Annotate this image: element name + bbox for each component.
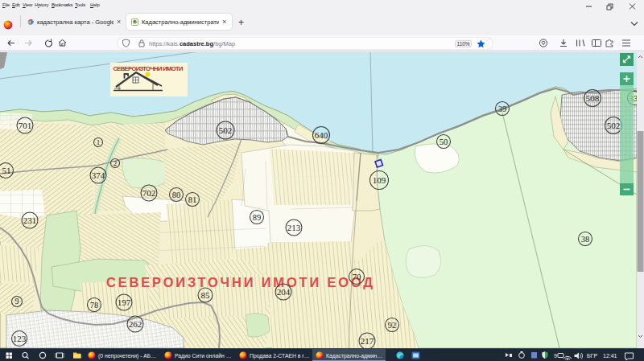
svg-text:123: 123 xyxy=(13,334,27,343)
svg-text:9: 9 xyxy=(554,352,557,359)
svg-text:89: 89 xyxy=(253,213,262,222)
svg-text:204: 204 xyxy=(277,287,291,297)
svg-text:231: 231 xyxy=(23,215,37,225)
svg-text:81: 81 xyxy=(188,195,197,204)
svg-text:262: 262 xyxy=(129,319,142,329)
svg-text:85: 85 xyxy=(201,290,211,300)
svg-text:9: 9 xyxy=(15,297,19,306)
svg-text:109: 109 xyxy=(373,175,386,185)
svg-text:213: 213 xyxy=(287,223,301,232)
svg-text:1: 1 xyxy=(97,138,101,146)
svg-text:50: 50 xyxy=(440,137,448,146)
svg-text:374: 374 xyxy=(92,170,105,180)
svg-text:80: 80 xyxy=(172,191,181,199)
svg-text:502: 502 xyxy=(219,125,233,135)
svg-text:СЕВЕРОИЗТОЧНИ ИМОТИ: СЕВЕРОИЗТОЧНИ ИМОТИ xyxy=(114,65,184,72)
svg-text:701: 701 xyxy=(19,121,32,130)
svg-text:640: 640 xyxy=(315,130,328,140)
svg-text:78: 78 xyxy=(90,301,99,310)
svg-text:502: 502 xyxy=(607,121,621,130)
svg-text:2: 2 xyxy=(114,159,118,167)
svg-text:508: 508 xyxy=(586,93,600,103)
svg-text:197: 197 xyxy=(118,297,131,307)
svg-text:51: 51 xyxy=(2,166,11,175)
svg-text:70: 70 xyxy=(353,272,362,281)
svg-text:СЕВЕРОИЗТОЧНИ ИМОТИ ЕООД: СЕВЕРОИЗТОЧНИ ИМОТИ ЕООД xyxy=(106,275,375,289)
svg-text:702: 702 xyxy=(142,188,156,198)
svg-text:217: 217 xyxy=(361,336,374,346)
svg-text:39: 39 xyxy=(498,105,507,113)
svg-text:92: 92 xyxy=(388,321,397,330)
svg-text:38: 38 xyxy=(581,235,590,244)
